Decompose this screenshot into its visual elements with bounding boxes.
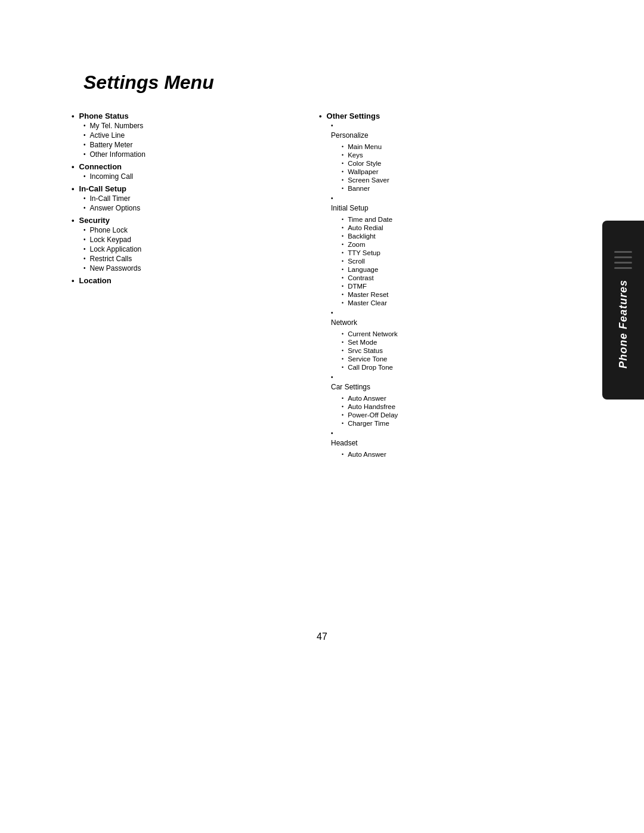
incall-setup-list: In-Call Timer Answer Options	[72, 194, 295, 212]
section-title-location: Location	[72, 276, 295, 285]
list-item: DTMF	[342, 283, 392, 290]
list-item: Answer Options	[83, 204, 295, 212]
section-security: Security Phone Lock Lock Keypad Lock App…	[72, 216, 295, 272]
list-item: Main Menu	[342, 143, 389, 150]
right-main-list: Other Settings Personalize Main Menu Key…	[319, 112, 543, 459]
section-title-phone-status: Phone Status	[72, 112, 295, 120]
list-item-network: Network Current Network Set Mode Srvc St…	[331, 309, 543, 372]
list-item: Master Reset	[342, 291, 392, 298]
list-item: TTY Setup	[342, 249, 392, 256]
list-item: Incoming Call	[83, 172, 295, 181]
list-item: Backlight	[342, 233, 392, 240]
list-item: Contrast	[342, 274, 392, 281]
initial-setup-outer: Initial Setup Time and Date Auto Redial …	[319, 194, 543, 459]
car-settings-list: Auto Answer Auto Handsfree Power-Off Del…	[331, 395, 398, 428]
left-column: Phone Status My Tel. Numbers Active Line…	[72, 112, 295, 289]
list-item: Charger Time	[342, 420, 398, 427]
section-location: Location	[72, 276, 295, 285]
list-item: Set Mode	[342, 339, 398, 346]
left-main-list: Phone Status My Tel. Numbers Active Line…	[72, 112, 295, 285]
sidebar-line-4	[614, 267, 632, 269]
section-title-connection: Connection	[72, 162, 295, 171]
list-item: Call Drop Tone	[342, 364, 398, 371]
list-item: Auto Handsfree	[342, 403, 398, 410]
list-item: Srvc Status	[342, 347, 398, 354]
network-label: Network	[331, 318, 357, 327]
section-incall-setup: In-Call Setup In-Call Timer Answer Optio…	[72, 184, 295, 212]
network-list: Current Network Set Mode Srvc Status Ser…	[331, 330, 398, 372]
list-item: Battery Meter	[83, 141, 295, 149]
sidebar-line-1	[614, 251, 632, 253]
columns-container: Phone Status My Tel. Numbers Active Line…	[72, 112, 543, 463]
list-item: Lock Application	[83, 245, 295, 253]
page: Phone Features Settings Menu Phone Statu…	[0, 0, 644, 833]
list-item: Banner	[342, 185, 389, 192]
list-item-headset: Headset Auto Answer	[331, 429, 543, 459]
initial-setup-label: Initial Setup	[331, 204, 369, 212]
list-item: Wallpaper	[342, 168, 389, 175]
section-title-other-settings: Other Settings	[319, 112, 543, 120]
car-settings-label: Car Settings	[331, 383, 370, 391]
list-item: Active Line	[83, 131, 295, 140]
personalize-sub-list: Main Menu Keys Color Style Wallpaper Scr…	[331, 143, 389, 193]
list-item: Zoom	[342, 241, 392, 248]
security-list: Phone Lock Lock Keypad Lock Application …	[72, 226, 295, 272]
other-settings-list: Personalize Main Menu Keys Color Style W…	[319, 122, 543, 193]
list-item: Auto Answer	[342, 395, 398, 402]
section-title-security: Security	[72, 216, 295, 225]
list-item: Restrict Calls	[83, 255, 295, 263]
list-item: Other Information	[83, 150, 295, 159]
list-item: Auto Answer	[342, 451, 386, 458]
list-item-personalize: Personalize Main Menu Keys Color Style W…	[331, 122, 543, 193]
list-item-initial-setup: Initial Setup Time and Date Auto Redial …	[331, 194, 543, 308]
list-item: Auto Redial	[342, 224, 392, 231]
page-number: 47	[317, 631, 327, 642]
list-item: Power-Off Delay	[342, 411, 398, 419]
list-item: Keys	[342, 151, 389, 159]
section-title-incall-setup: In-Call Setup	[72, 184, 295, 193]
main-content: Settings Menu Phone Status My Tel. Numbe…	[24, 24, 590, 510]
list-item: Screen Saver	[342, 176, 389, 184]
connection-list: Incoming Call	[72, 172, 295, 181]
sidebar-tab: Phone Features	[602, 221, 644, 400]
section-phone-status: Phone Status My Tel. Numbers Active Line…	[72, 112, 295, 159]
list-item: In-Call Timer	[83, 194, 295, 203]
personalize-label: Personalize	[331, 131, 369, 140]
list-item: New Passwords	[83, 264, 295, 272]
sidebar-label: Phone Features	[617, 280, 630, 368]
list-item: Service Tone	[342, 355, 398, 363]
headset-list: Auto Answer	[331, 451, 386, 459]
page-title: Settings Menu	[83, 72, 543, 94]
list-item: Color Style	[342, 160, 389, 167]
list-item: Lock Keypad	[83, 236, 295, 244]
list-item: My Tel. Numbers	[83, 122, 295, 130]
list-item-car-settings: Car Settings Auto Answer Auto Handsfree …	[331, 373, 543, 428]
initial-setup-list: Time and Date Auto Redial Backlight Zoom…	[331, 216, 392, 308]
section-connection: Connection Incoming Call	[72, 162, 295, 181]
headset-label: Headset	[331, 439, 358, 447]
list-item: Current Network	[342, 330, 398, 337]
list-item: Language	[342, 266, 392, 273]
sidebar-tab-lines	[614, 251, 632, 269]
section-other-settings: Other Settings Personalize Main Menu Key…	[319, 112, 543, 459]
list-item: Phone Lock	[83, 226, 295, 234]
sidebar-line-3	[614, 262, 632, 264]
phone-status-list: My Tel. Numbers Active Line Battery Mete…	[72, 122, 295, 159]
list-item: Scroll	[342, 258, 392, 265]
list-item: Time and Date	[342, 216, 392, 223]
sidebar-line-2	[614, 256, 632, 258]
right-column: Other Settings Personalize Main Menu Key…	[319, 112, 543, 463]
list-item: Master Clear	[342, 299, 392, 306]
